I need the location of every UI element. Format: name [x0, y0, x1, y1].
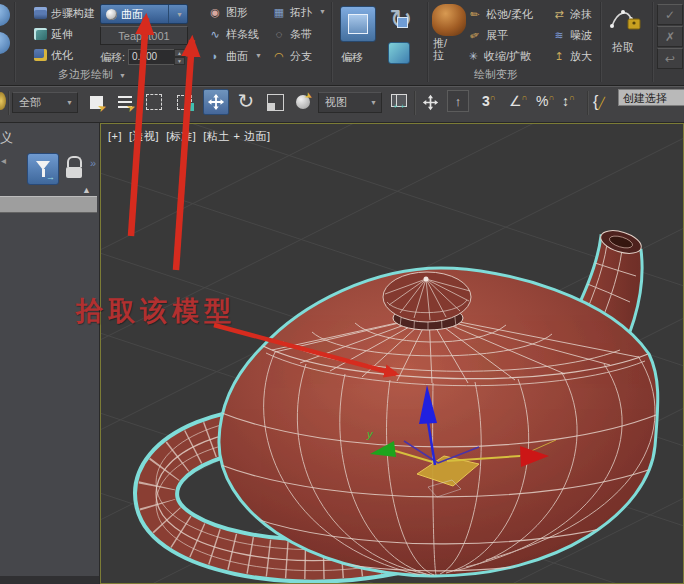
shift-offset-tool-button[interactable] — [340, 6, 376, 42]
revert-button[interactable]: ↩ — [657, 48, 683, 69]
flatten-button[interactable]: ✎ 展平 — [468, 28, 508, 42]
picked-object-button[interactable]: Teapot001 — [100, 26, 188, 45]
optimize-button[interactable]: 优化 — [34, 48, 73, 62]
command-panel-strip: 定义 ◂ → » ▲ — [0, 123, 100, 584]
chevron-left-icon[interactable]: ◂ — [1, 155, 6, 166]
rotate-brush-icon — [397, 17, 408, 28]
lock-selection-button[interactable] — [66, 156, 82, 178]
up-direction-tool[interactable]: ↑ — [447, 90, 469, 112]
noise-button[interactable]: ≋ 噪波 — [552, 28, 592, 42]
branches-button[interactable]: ◠ 分支 — [272, 49, 312, 63]
named-selection-set-field[interactable]: 创建选择 — [618, 89, 684, 106]
panel-divider — [652, 2, 654, 82]
coord-system-value: 视图 — [325, 95, 347, 110]
offset-spinner[interactable]: ▲▼ — [174, 49, 185, 65]
selection-filter-dropdown[interactable]: 全部 ▼ — [12, 92, 78, 113]
splines-icon: ∿ — [208, 28, 222, 41]
surface-pick-mode-button[interactable]: 曲面 ▼ — [100, 4, 188, 24]
scale-icon — [267, 94, 284, 111]
surface-draw-button[interactable]: ◗ 曲面 ▼ — [208, 49, 262, 63]
exaggerate-icon: ↥ — [552, 50, 566, 63]
angle-snap-toggle[interactable]: ∠∩ — [509, 93, 527, 109]
shift-group-label: 偏移 — [341, 50, 363, 64]
shapes-button[interactable]: ◉ 图形 — [208, 5, 248, 19]
extend-label: 延伸 — [51, 27, 73, 41]
snap-move-tool[interactable] — [418, 90, 442, 114]
magnet-icon: ∩ — [569, 93, 575, 102]
pivot-squares-icon: + + — [391, 94, 407, 110]
clipped-toolbar-icon — [0, 92, 6, 110]
clipped-geometry-icon[interactable] — [0, 4, 10, 26]
surface-dropdown-arrow[interactable]: ▼ — [168, 5, 187, 23]
commit-button[interactable]: ✓ — [657, 4, 683, 25]
toolbar-separator — [587, 91, 589, 115]
viewport-canvas[interactable]: y — [101, 124, 683, 583]
extend-button[interactable]: 延伸 — [34, 27, 73, 41]
percent-snap-toggle[interactable]: %∩ — [536, 93, 554, 109]
topology-button[interactable]: ▦ 拓扑 ▼ — [272, 5, 326, 19]
offset-value: 0.000 — [132, 51, 157, 62]
spinner-snap-toggle[interactable]: ↕∩ — [562, 93, 575, 109]
x-icon: ✗ — [665, 30, 675, 44]
edit-named-selections-button[interactable]: {╱ — [593, 93, 605, 111]
rotate-tool[interactable]: ↻ — [234, 89, 258, 113]
window-crossing-toggle[interactable] — [172, 90, 196, 114]
extend-icon — [34, 28, 47, 40]
optimize-icon — [34, 49, 47, 61]
use-pivot-center-tool[interactable]: + + — [387, 90, 411, 114]
paint-deform-panel-label[interactable]: 绘制变形 — [474, 67, 518, 82]
scale-tool[interactable] — [263, 90, 287, 114]
collapse-triangle-icon[interactable]: ▲ — [82, 185, 91, 195]
viewport-type-label[interactable]: [标准] — [166, 130, 196, 142]
panel-title-fragment: 定义 — [0, 129, 13, 147]
viewport-shading-label[interactable]: [粘土 + 边面] — [203, 130, 270, 142]
snap-3-label: 3 — [482, 93, 490, 109]
shrink-expand-button[interactable]: ✳ 收缩/扩散 — [466, 49, 531, 63]
clipped-geometry-icon-2[interactable] — [0, 32, 10, 54]
snaps-toggle-3d[interactable]: 3∩ — [482, 93, 496, 109]
offset-value-field[interactable]: 0.000 — [128, 49, 175, 65]
exaggerate-button[interactable]: ↥ 放大 — [552, 49, 592, 63]
teal-square-icon — [186, 103, 194, 111]
perspective-viewport[interactable]: y [+][透视][标准][粘土 + 边面] — [100, 123, 684, 584]
strips-icon: ◌ — [272, 28, 286, 41]
push-pull-button[interactable]: 推/拉 — [433, 37, 457, 61]
branches-icon: ◠ — [272, 50, 286, 63]
flatten-brush-icon: ✎ — [466, 26, 483, 44]
relax-soften-button[interactable]: ✎ 松弛/柔化 — [468, 7, 533, 21]
viewport-menu-button[interactable]: [+] — [108, 130, 122, 142]
chevrons-right-icon[interactable]: » — [90, 157, 96, 169]
cancel-button[interactable]: ✗ — [657, 26, 683, 47]
select-and-place-tool[interactable]: ➤ — [291, 90, 315, 114]
filter-selection-button[interactable]: → — [27, 153, 59, 185]
panel-divider — [331, 2, 333, 82]
move-tool-active[interactable] — [203, 89, 229, 115]
cursor-icon: ➤ — [96, 101, 107, 114]
smudge-brush-icon: ⇄ — [552, 8, 566, 21]
rotate-brush-tool-button[interactable]: ↻ — [384, 3, 418, 37]
reference-coordinate-dropdown[interactable]: 视图 ▼ — [318, 92, 382, 113]
panel-divider — [600, 2, 602, 82]
noise-icon: ≋ — [552, 29, 566, 42]
modifier-stack-row[interactable] — [0, 196, 97, 213]
step-build-button[interactable]: 步骤构建 — [34, 6, 95, 20]
polydraw-panel-label[interactable]: 多边形绘制 ▼ — [58, 67, 126, 82]
splines-button[interactable]: ∿ 样条线 — [208, 27, 259, 41]
shift-offset-icon — [348, 14, 368, 34]
selection-filter-value: 全部 — [19, 95, 41, 110]
ribbon-freeform-tab: 步骤构建 延伸 优化 曲面 ▼ Teapot001 偏移: 0.000 ▲▼ ◉… — [0, 0, 684, 86]
region-select-tool[interactable] — [142, 90, 166, 114]
viewport-label: [+][透视][标准][粘土 + 边面] — [108, 129, 277, 144]
optimize-label: 优化 — [51, 48, 73, 62]
teapot-knob — [383, 272, 471, 330]
strips-button[interactable]: ◌ 条带 — [272, 27, 312, 41]
annotation-text: 拾取该模型 — [76, 293, 236, 329]
smudge-button[interactable]: ⇄ 涂抹 — [552, 7, 592, 21]
3dsmax-window: 步骤构建 延伸 优化 曲面 ▼ Teapot001 偏移: 0.000 ▲▼ ◉… — [0, 0, 684, 584]
magnet-icon: ∩ — [548, 93, 554, 102]
scale-brush-tool-button[interactable] — [388, 42, 410, 64]
select-object-tool[interactable]: ➤ — [84, 90, 108, 114]
select-by-name-tool[interactable]: ➤ — [113, 90, 137, 114]
pick-deform-button[interactable] — [608, 6, 646, 38]
viewport-pov-label[interactable]: [透视] — [129, 130, 159, 142]
